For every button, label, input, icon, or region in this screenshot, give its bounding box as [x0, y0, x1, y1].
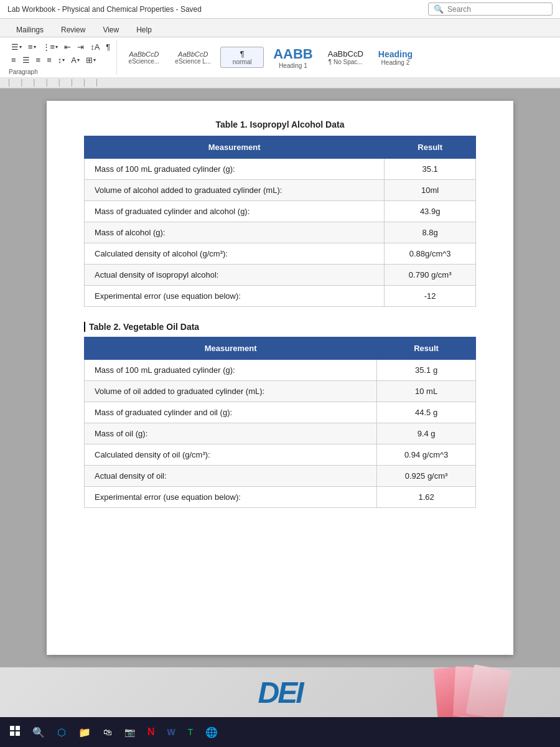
search-input[interactable]: [447, 5, 547, 14]
taskbar-edge-btn[interactable]: ⬡: [52, 724, 71, 741]
indent-decrease-btn[interactable]: ⇤: [62, 41, 73, 53]
borders-btn[interactable]: ⊞▾: [83, 54, 98, 66]
style-heading2-preview: Heading: [378, 49, 413, 59]
table2-row: Mass of 100 mL graduated cylinder (g):35…: [85, 360, 476, 381]
tab-review[interactable]: Review: [52, 23, 94, 37]
search-box[interactable]: 🔍: [428, 2, 553, 16]
table1-title: Table 1. Isopropyl Alcohol Data: [84, 120, 476, 129]
style-nospac-preview: AaBbCcD: [328, 49, 363, 59]
taskbar-word-btn[interactable]: W: [162, 725, 180, 740]
style-normal-preview: ¶: [240, 49, 245, 59]
app-icon: T: [188, 727, 194, 737]
paragraph-label: Paragraph: [9, 67, 38, 75]
style-escience2-label: eScience L...: [175, 58, 211, 65]
ribbon-tabs: Mailings Review View Help: [0, 19, 560, 37]
start-icon: [10, 726, 20, 739]
taskbar-netflix-btn[interactable]: N: [142, 724, 160, 740]
style-heading2-label: Heading 2: [381, 59, 410, 66]
taskbar-camera-btn[interactable]: 📷: [119, 725, 140, 740]
table2-result-cell: 9.4 g: [377, 423, 476, 444]
table1-measurement-cell: Calculated density of alcohol (g/cm³):: [85, 243, 385, 265]
style-heading1[interactable]: AABB Heading 1: [268, 44, 319, 72]
table2-result-cell: 1.62: [377, 487, 476, 508]
tab-view[interactable]: View: [94, 23, 128, 37]
table1-measurement-cell: Mass of 100 mL graduated cylinder (g):: [85, 159, 385, 180]
style-escience1-label: eScience...: [129, 58, 159, 65]
camera-icon: 📷: [124, 727, 135, 737]
table2-row: Actual density of oil:0.925 g/cm³: [85, 466, 476, 487]
style-escience2[interactable]: AaBbCcD eScience L...: [169, 48, 217, 67]
table1-row: Experimental error (use equation below):…: [85, 286, 476, 307]
line-spacing-btn[interactable]: ↕▾: [55, 54, 68, 66]
start-button[interactable]: [5, 723, 25, 741]
table1-measurement-cell: Experimental error (use equation below):: [85, 286, 385, 307]
indent-increase-btn[interactable]: ⇥: [75, 41, 86, 53]
taskbar-search-icon: 🔍: [32, 726, 45, 738]
taskbar: 🔍 ⬡ 📁 🛍 📷 N W T 🌐: [0, 717, 560, 747]
files-icon: 📁: [78, 726, 91, 738]
table1-result-cell: 35.1: [385, 159, 476, 180]
table1-col-measurement: Measurement: [85, 136, 385, 159]
align-right-btn[interactable]: ≡: [34, 54, 44, 66]
justify-btn[interactable]: ≡: [44, 54, 54, 66]
word-icon: W: [167, 727, 175, 737]
taskbar-app-btn[interactable]: T: [183, 725, 198, 740]
table2-row: Mass of oil (g):9.4 g: [85, 423, 476, 444]
document-area: Table 1. Isopropyl Alcohol Data Measurem…: [0, 88, 560, 667]
taskbar-store-btn[interactable]: 🛍: [98, 725, 117, 740]
pink-paper-3: [466, 664, 511, 720]
table2-measurement-cell: Mass of oil (g):: [85, 423, 377, 444]
style-escience1[interactable]: AaBbCcD eScience...: [122, 48, 166, 67]
style-heading2[interactable]: Heading Heading 2: [373, 47, 418, 68]
table2-result-cell: 10 mL: [377, 381, 476, 402]
table1: Measurement Result Mass of 100 mL gradua…: [84, 136, 476, 307]
shading-btn[interactable]: A▾: [68, 54, 82, 66]
svg-rect-0: [10, 726, 14, 730]
sort-btn[interactable]: ↕A: [88, 41, 102, 53]
paragraph-group: ☰▾ ≡▾ ⋮≡▾ ⇤ ⇥ ↕A ¶ ≡ ☰ ≡ ≡ ↕▾ A▾ ⊞▾ Para…: [5, 40, 117, 75]
style-normal[interactable]: ¶ normal: [220, 47, 264, 68]
tab-mailings[interactable]: Mailings: [7, 23, 52, 37]
list-bullet-btn[interactable]: ☰▾: [9, 41, 24, 53]
table2-title-row: Table 2. Vegetable Oil Data: [84, 322, 476, 332]
table2-col-measurement: Measurement: [85, 337, 377, 360]
edge-icon: ⬡: [57, 726, 66, 738]
document-page: Table 1. Isopropyl Alcohol Data Measurem…: [47, 101, 513, 655]
dell-branding: DEI: [0, 667, 560, 717]
table2-measurement-cell: Experimental error (use equation below):: [85, 487, 377, 508]
table1-result-cell: -12: [385, 286, 476, 307]
table2-measurement-cell: Calculated density of oil (g/cm³):: [85, 444, 377, 466]
list-number-btn[interactable]: ≡▾: [26, 41, 39, 53]
style-nospac[interactable]: AaBbCcD ¶ No Spac...: [322, 47, 369, 68]
taskbar-search-btn[interactable]: 🔍: [27, 724, 50, 741]
taskbar-files-btn[interactable]: 📁: [73, 724, 96, 741]
taskbar-chrome-btn[interactable]: 🌐: [200, 724, 223, 741]
align-center-btn[interactable]: ☰: [20, 54, 32, 66]
table1-measurement-cell: Actual density of isopropyl alcohol:: [85, 265, 385, 286]
style-escience1-preview: AaBbCcD: [129, 50, 159, 58]
table1-result-cell: 8.8g: [385, 222, 476, 243]
store-icon: 🛍: [103, 727, 112, 737]
netflix-icon: N: [147, 726, 155, 738]
ruler-label: │ │ │ │ │ │ │ │: [7, 79, 99, 86]
table2-col-result: Result: [377, 337, 476, 360]
align-left-btn[interactable]: ≡: [9, 54, 19, 66]
style-nospac-label: ¶ No Spac...: [329, 59, 363, 65]
show-marks-btn[interactable]: ¶: [103, 41, 113, 53]
table2-title: Table 2. Vegetable Oil Data: [89, 322, 199, 332]
table1-header-row: Measurement Result: [85, 136, 476, 159]
ribbon-content: ☰▾ ≡▾ ⋮≡▾ ⇤ ⇥ ↕A ¶ ≡ ☰ ≡ ≡ ↕▾ A▾ ⊞▾ Para…: [0, 37, 560, 77]
table1-result-cell: 10ml: [385, 180, 476, 201]
dell-logo: DEI: [258, 675, 302, 710]
svg-rect-3: [16, 731, 20, 736]
table1-measurement-cell: Mass of alcohol (g):: [85, 222, 385, 243]
style-normal-label: normal: [233, 59, 252, 65]
styles-group: AaBbCcD eScience... AaBbCcD eScience L..…: [118, 40, 555, 75]
table1-col-result: Result: [385, 136, 476, 159]
table2-measurement-cell: Volume of oil added to graduated cylinde…: [85, 381, 377, 402]
tab-help[interactable]: Help: [128, 23, 161, 37]
table1-row: Volume of alcohol added to graduated cyl…: [85, 180, 476, 201]
multilevel-list-btn[interactable]: ⋮≡▾: [40, 41, 61, 53]
table2-row: Calculated density of oil (g/cm³):0.94 g…: [85, 444, 476, 466]
table1-row: Mass of 100 mL graduated cylinder (g):35…: [85, 159, 476, 180]
